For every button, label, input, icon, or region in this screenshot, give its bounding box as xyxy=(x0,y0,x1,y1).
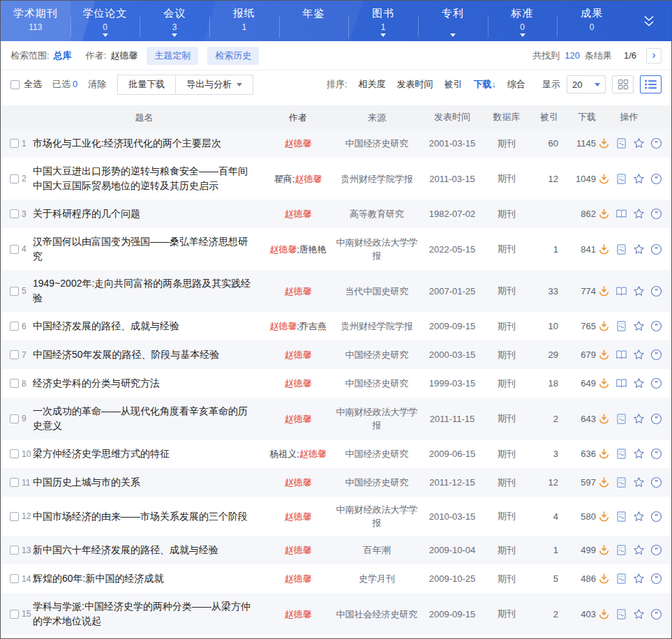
cited-count[interactable]: 10 xyxy=(529,321,558,331)
download-count[interactable]: 1049 xyxy=(558,174,596,184)
cite-quote-icon[interactable]: ” xyxy=(650,173,662,185)
download-icon[interactable] xyxy=(598,476,610,488)
book-read-icon[interactable] xyxy=(615,377,627,389)
download-icon[interactable] xyxy=(598,511,610,523)
result-source-link[interactable]: 中国经济史研究 xyxy=(334,476,420,489)
favorite-star-icon[interactable] xyxy=(633,608,645,620)
cited-count[interactable]: 5 xyxy=(529,573,558,584)
result-source-link[interactable]: 中南财经政法大学学报 xyxy=(334,236,420,262)
favorite-star-icon[interactable] xyxy=(633,413,645,425)
grid-view-button[interactable] xyxy=(612,75,634,93)
cited-count[interactable]: 4 xyxy=(529,511,558,522)
result-source-link[interactable]: 史学月刊 xyxy=(334,572,420,585)
favorite-star-icon[interactable] xyxy=(633,137,645,149)
cite-quote-icon[interactable]: ” xyxy=(650,320,662,332)
result-source-link[interactable]: 当代中国史研究 xyxy=(334,285,420,298)
result-source-link[interactable]: 中国经济史研究 xyxy=(334,348,420,361)
cited-count[interactable]: 18 xyxy=(529,378,558,389)
cited-count[interactable]: 33 xyxy=(529,286,558,296)
download-count[interactable]: 636 xyxy=(558,449,596,459)
html-read-icon[interactable] xyxy=(615,173,627,185)
batch-download-button[interactable]: 批量下载 xyxy=(117,75,176,95)
select-all-checkbox[interactable] xyxy=(10,80,20,89)
author-link[interactable]: 赵德馨 xyxy=(285,378,312,389)
favorite-star-icon[interactable] xyxy=(633,573,645,585)
download-count[interactable]: 597 xyxy=(558,477,596,488)
row-checkbox[interactable] xyxy=(10,478,19,487)
sort-option-2[interactable]: 发表时间 xyxy=(397,78,433,91)
result-title-link[interactable]: 1949~2002年:走向共同富裕的两条思路及其实践经验 xyxy=(33,276,262,306)
download-count[interactable]: 486 xyxy=(558,573,596,584)
nav-tab-8[interactable]: 标准0 xyxy=(488,1,558,41)
html-read-icon[interactable] xyxy=(615,320,627,332)
download-icon[interactable] xyxy=(598,413,610,425)
sort-option-5[interactable]: 综合 xyxy=(507,78,525,91)
author-link[interactable]: 乔吉燕 xyxy=(299,321,327,331)
html-read-icon[interactable] xyxy=(615,608,627,620)
nav-tab-4[interactable]: 报纸1 xyxy=(209,1,279,41)
result-title-link[interactable]: 汉帝国何以由富国变为强国——桑弘羊经济思想研究 xyxy=(33,234,262,264)
cited-count[interactable]: 3 xyxy=(529,449,558,459)
download-icon[interactable] xyxy=(598,448,610,460)
result-source-link[interactable]: 贵州财经学院学报 xyxy=(334,320,420,333)
next-page-button[interactable]: › xyxy=(646,48,662,63)
row-checkbox[interactable] xyxy=(10,610,19,619)
author-link[interactable]: 瞿商 xyxy=(274,174,292,184)
author-link[interactable]: 赵德馨 xyxy=(285,609,312,619)
author-link[interactable]: 赵德馨 xyxy=(299,449,327,459)
cite-quote-icon[interactable]: ” xyxy=(650,413,662,425)
favorite-star-icon[interactable] xyxy=(633,285,645,297)
export-analyze-button[interactable]: 导出与分析 xyxy=(175,75,253,95)
favorite-star-icon[interactable] xyxy=(633,448,645,460)
sort-option-1[interactable]: 相关度 xyxy=(359,78,386,91)
result-title-link[interactable]: 中国市场经济的由来——市场关系发展的三个阶段 xyxy=(33,509,262,524)
nav-tab-2[interactable]: 学位论文0 xyxy=(70,1,140,41)
result-title-link[interactable]: 中国经济发展的路径、成就与经验 xyxy=(33,319,262,333)
download-count[interactable]: 862 xyxy=(558,209,596,219)
author-link[interactable]: 赵德馨 xyxy=(285,349,312,360)
cite-quote-icon[interactable]: ” xyxy=(650,608,662,620)
download-icon[interactable] xyxy=(598,320,610,332)
cite-quote-icon[interactable]: ” xyxy=(650,448,662,460)
result-source-link[interactable]: 中国社会经济史研究 xyxy=(334,608,420,621)
cited-count[interactable]: 60 xyxy=(529,138,558,149)
cite-quote-icon[interactable]: ” xyxy=(650,544,662,556)
result-title-link[interactable]: 中国大豆进出口形势的逆转与粮食安全——百年间中国大豆国际贸易地位的逆转及其历史启… xyxy=(33,164,262,193)
nav-tab-7[interactable]: 专利 xyxy=(418,1,488,41)
author-link[interactable]: 赵德馨 xyxy=(285,209,312,219)
cite-quote-icon[interactable]: ” xyxy=(650,208,662,220)
page-size-select[interactable]: 20 xyxy=(567,75,606,93)
author-link[interactable]: 赵德馨 xyxy=(285,545,312,555)
row-checkbox[interactable] xyxy=(10,350,19,359)
scope-value[interactable]: 总库 xyxy=(54,50,72,62)
result-title-link[interactable]: 经济史学科的分类与研究方法 xyxy=(33,376,262,391)
nav-tab-9[interactable]: 成果0 xyxy=(557,1,627,41)
download-count[interactable]: 499 xyxy=(558,545,596,555)
cited-count[interactable]: 1 xyxy=(529,244,558,255)
cite-quote-icon[interactable]: ” xyxy=(650,573,662,585)
html-read-icon[interactable] xyxy=(615,137,627,149)
favorite-star-icon[interactable] xyxy=(633,243,645,255)
author-link[interactable]: 赵德馨 xyxy=(285,414,312,424)
select-all[interactable]: 全选 xyxy=(10,78,42,91)
html-read-icon[interactable] xyxy=(615,448,627,460)
nav-tab-5[interactable]: 年鉴 xyxy=(279,1,349,41)
nav-expand-button[interactable] xyxy=(627,1,671,41)
favorite-star-icon[interactable] xyxy=(633,511,645,523)
author-link[interactable]: 赵德馨 xyxy=(269,321,297,331)
result-title-link[interactable]: 一次成功的革命——从现代化角度看辛亥革命的历史意义 xyxy=(33,404,262,433)
result-title-link[interactable]: 市场化与工业化:经济现代化的两个主要层次 xyxy=(33,136,262,151)
favorite-star-icon[interactable] xyxy=(633,349,645,361)
download-icon[interactable] xyxy=(598,544,610,556)
row-checkbox[interactable] xyxy=(10,139,19,148)
row-checkbox[interactable] xyxy=(10,449,19,458)
author-link[interactable]: 赵德馨 xyxy=(285,138,312,149)
download-icon[interactable] xyxy=(598,608,610,620)
download-icon[interactable] xyxy=(598,208,610,220)
cite-quote-icon[interactable]: ” xyxy=(650,511,662,523)
sort-option-4[interactable]: 下载↓ xyxy=(474,78,497,91)
row-checkbox[interactable] xyxy=(10,287,19,296)
cited-count[interactable]: 29 xyxy=(529,349,558,360)
author-link[interactable]: 赵德馨 xyxy=(285,573,312,584)
favorite-star-icon[interactable] xyxy=(633,320,645,332)
